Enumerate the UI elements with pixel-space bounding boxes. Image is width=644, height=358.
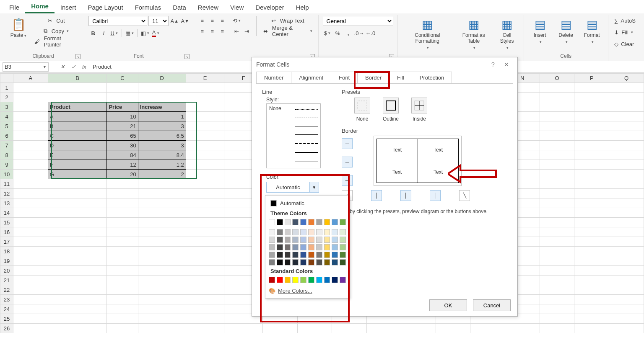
cell-D11[interactable] xyxy=(138,179,186,189)
cell-D24[interactable] xyxy=(138,304,186,314)
color-swatch[interactable] xyxy=(332,229,338,235)
color-swatch[interactable] xyxy=(340,244,346,250)
border-bottom-button[interactable]: ─ xyxy=(342,175,353,186)
row-header-25[interactable]: 25 xyxy=(0,314,13,324)
color-swatch[interactable] xyxy=(269,219,275,225)
cell-E22[interactable] xyxy=(186,285,224,295)
color-swatch[interactable] xyxy=(300,237,306,243)
col-header-P[interactable]: P xyxy=(574,74,609,83)
color-swatch[interactable] xyxy=(300,277,306,283)
color-swatch[interactable] xyxy=(340,259,346,265)
cell-O13[interactable] xyxy=(540,198,574,208)
cell-P1[interactable] xyxy=(574,83,609,93)
color-swatch[interactable] xyxy=(324,252,330,258)
align-bottom-button[interactable]: ≡ xyxy=(218,16,227,25)
dtab-border[interactable]: Border xyxy=(357,72,390,83)
cell-B19[interactable] xyxy=(48,256,107,266)
color-swatch[interactable] xyxy=(292,237,299,243)
cell-B15[interactable] xyxy=(48,218,107,227)
color-swatch[interactable] xyxy=(308,259,314,265)
cell-O3[interactable] xyxy=(540,102,574,112)
cell-Q23[interactable] xyxy=(609,295,644,304)
cell-E5[interactable] xyxy=(186,121,224,131)
cell-P5[interactable] xyxy=(574,121,609,131)
cell-P25[interactable] xyxy=(574,314,609,324)
border-vmid-button[interactable]: │ xyxy=(400,190,411,201)
format-cells-button[interactable]: ▤Format xyxy=(580,16,604,46)
cell-D4[interactable]: 1 xyxy=(138,112,186,121)
color-swatch[interactable] xyxy=(269,259,275,265)
row-header-17[interactable]: 17 xyxy=(0,237,13,247)
line-style-option[interactable] xyxy=(295,126,318,126)
color-swatch[interactable] xyxy=(292,219,299,225)
row-header-2[interactable]: 2 xyxy=(0,93,13,102)
color-swatch[interactable] xyxy=(316,244,322,250)
cell-Q9[interactable] xyxy=(609,160,644,170)
delete-cells-button[interactable]: ▤Delete xyxy=(554,16,578,46)
font-name-select[interactable]: Calibri xyxy=(88,16,147,26)
cell-O11[interactable] xyxy=(540,179,574,189)
increase-decimal-button[interactable]: .0→ xyxy=(354,28,364,38)
cell-H26[interactable] xyxy=(297,324,332,333)
color-swatch[interactable] xyxy=(300,219,306,225)
cell-A21[interactable] xyxy=(13,276,48,285)
fill-color-button[interactable]: ◧ xyxy=(140,28,150,38)
row-header-26[interactable]: 26 xyxy=(0,324,13,333)
cell-A3[interactable] xyxy=(13,102,48,112)
cell-P3[interactable] xyxy=(574,102,609,112)
cell-E23[interactable] xyxy=(186,295,224,304)
color-swatch[interactable] xyxy=(300,259,306,265)
color-swatch[interactable] xyxy=(332,237,338,243)
tab-file[interactable]: File xyxy=(3,1,25,13)
cell-P21[interactable] xyxy=(574,276,609,285)
cell-F26[interactable] xyxy=(224,324,263,333)
cell-E14[interactable] xyxy=(186,208,224,218)
cell-D8[interactable]: 8.4 xyxy=(138,150,186,160)
cell-B23[interactable] xyxy=(48,295,107,304)
cell-A9[interactable] xyxy=(13,160,48,170)
color-swatch[interactable] xyxy=(316,277,322,283)
cell-Q16[interactable] xyxy=(609,227,644,237)
line-style-option[interactable] xyxy=(295,152,318,153)
comma-button[interactable]: , xyxy=(344,28,353,38)
row-header-23[interactable]: 23 xyxy=(0,295,13,304)
cell-Q22[interactable] xyxy=(609,285,644,295)
cell-B14[interactable] xyxy=(48,208,107,218)
row-header-11[interactable]: 11 xyxy=(0,179,13,189)
row-header-14[interactable]: 14 xyxy=(0,208,13,218)
cell-E11[interactable] xyxy=(186,179,224,189)
cell-O19[interactable] xyxy=(540,256,574,266)
cell-P13[interactable] xyxy=(574,198,609,208)
cell-A10[interactable] xyxy=(13,170,48,179)
cell-D20[interactable] xyxy=(138,266,186,276)
cell-D16[interactable] xyxy=(138,227,186,237)
col-header-A[interactable]: A xyxy=(13,74,48,83)
help-button[interactable]: ? xyxy=(486,61,500,68)
color-swatch[interactable] xyxy=(332,277,338,283)
fx-button[interactable]: fx xyxy=(79,64,90,70)
row-header-15[interactable]: 15 xyxy=(0,218,13,227)
cell-B17[interactable] xyxy=(48,237,107,247)
color-swatch[interactable] xyxy=(324,277,330,283)
cell-B9[interactable]: F xyxy=(48,160,107,170)
color-swatch[interactable] xyxy=(277,277,283,283)
cell-D23[interactable] xyxy=(138,295,186,304)
cell-D2[interactable] xyxy=(138,93,186,102)
cell-C3[interactable]: Price xyxy=(107,102,138,112)
tab-view[interactable]: View xyxy=(224,1,249,13)
cell-Q10[interactable] xyxy=(609,170,644,179)
cell-E20[interactable] xyxy=(186,266,224,276)
cell-C16[interactable] xyxy=(107,227,138,237)
color-swatch[interactable] xyxy=(292,277,299,283)
color-swatch[interactable] xyxy=(308,229,314,235)
line-style-none[interactable]: None xyxy=(267,105,293,167)
cell-C1[interactable] xyxy=(107,83,138,93)
cell-E16[interactable] xyxy=(186,227,224,237)
decrease-indent-button[interactable]: ⇤ xyxy=(232,26,241,36)
cell-D12[interactable] xyxy=(138,189,186,198)
color-swatch[interactable] xyxy=(269,229,275,235)
color-swatch[interactable] xyxy=(277,244,283,250)
cell-E2[interactable] xyxy=(186,93,224,102)
cell-B18[interactable] xyxy=(48,247,107,256)
align-right-button[interactable]: ≡ xyxy=(218,26,227,36)
